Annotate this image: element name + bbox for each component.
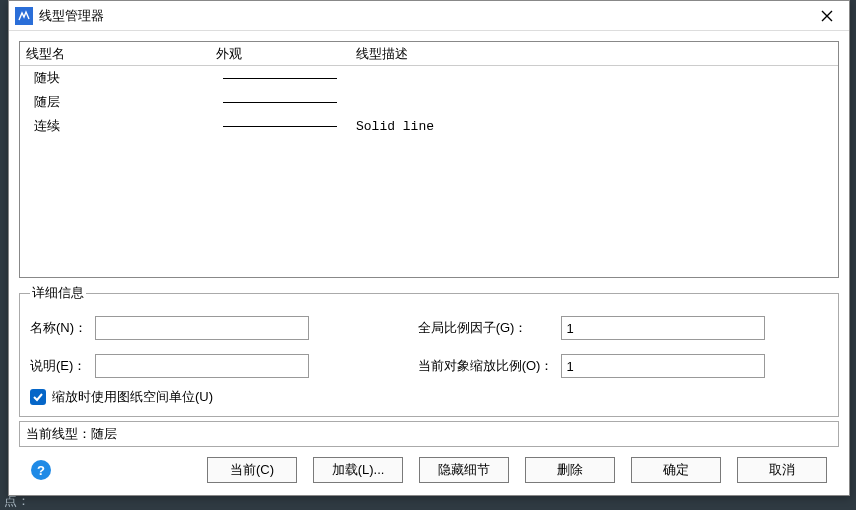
global-scale-label: 全局比例因子(G)： xyxy=(418,319,554,337)
row-appearance xyxy=(210,102,350,103)
titlebar: 线型管理器 xyxy=(9,1,849,31)
name-label: 名称(N)： xyxy=(30,319,87,337)
close-button[interactable] xyxy=(811,4,843,28)
row-appearance xyxy=(210,126,350,127)
list-body: 随块 随层 连续 Solid line xyxy=(20,66,838,138)
row-name: 随块 xyxy=(20,69,210,87)
list-header: 线型名 外观 线型描述 xyxy=(20,42,838,66)
details-fieldset: 详细信息 名称(N)： 全局比例因子(G)： 说明(E)： 当前对象缩放比例(O… xyxy=(19,284,839,417)
cancel-button[interactable]: 取消 xyxy=(737,457,827,483)
paperspace-checkbox-label: 缩放时使用图纸空间单位(U) xyxy=(52,388,213,406)
linetype-manager-dialog: 线型管理器 线型名 外观 线型描述 随块 随层 xyxy=(8,0,850,496)
linetype-list: 线型名 外观 线型描述 随块 随层 连续 Solid lin xyxy=(19,41,839,278)
help-icon[interactable]: ? xyxy=(31,460,51,480)
row-desc: Solid line xyxy=(350,119,838,134)
row-name: 随层 xyxy=(20,93,210,111)
button-row: ? 当前(C) 加载(L)... 隐藏细节 删除 确定 取消 xyxy=(19,447,839,483)
current-linetype-prefix: 当前线型： xyxy=(26,426,91,441)
app-icon xyxy=(15,7,33,25)
paperspace-checkbox[interactable] xyxy=(30,389,46,405)
current-linetype-bar: 当前线型：随层 xyxy=(19,421,839,447)
delete-button[interactable]: 删除 xyxy=(525,457,615,483)
list-row[interactable]: 随层 xyxy=(20,90,838,114)
row-appearance xyxy=(210,78,350,79)
global-scale-input[interactable] xyxy=(561,316,765,340)
current-linetype-value: 随层 xyxy=(91,426,117,441)
name-input[interactable] xyxy=(95,316,309,340)
ok-button[interactable]: 确定 xyxy=(631,457,721,483)
desc-label: 说明(E)： xyxy=(30,357,87,375)
list-row[interactable]: 连续 Solid line xyxy=(20,114,838,138)
dialog-title: 线型管理器 xyxy=(39,7,811,25)
col-header-appearance[interactable]: 外观 xyxy=(210,45,350,63)
load-button[interactable]: 加载(L)... xyxy=(313,457,403,483)
details-legend: 详细信息 xyxy=(30,284,86,302)
current-button[interactable]: 当前(C) xyxy=(207,457,297,483)
hide-details-button[interactable]: 隐藏细节 xyxy=(419,457,509,483)
col-header-name[interactable]: 线型名 xyxy=(20,45,210,63)
row-name: 连续 xyxy=(20,117,210,135)
current-scale-input[interactable] xyxy=(561,354,765,378)
col-header-desc[interactable]: 线型描述 xyxy=(350,45,838,63)
desc-input[interactable] xyxy=(95,354,309,378)
current-scale-label: 当前对象缩放比例(O)： xyxy=(418,357,554,375)
list-row[interactable]: 随块 xyxy=(20,66,838,90)
